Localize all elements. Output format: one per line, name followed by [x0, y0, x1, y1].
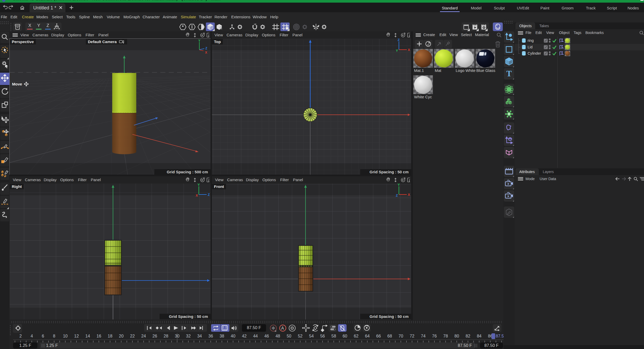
svg-text:4: 4: [31, 334, 33, 338]
svg-text:74: 74: [421, 334, 426, 338]
svg-text:32: 32: [186, 334, 191, 338]
svg-text:8: 8: [53, 334, 55, 338]
svg-text:44: 44: [253, 334, 258, 338]
svg-text:20: 20: [119, 334, 124, 338]
svg-text:76: 76: [432, 334, 437, 338]
svg-text:Z: Z: [396, 193, 398, 197]
svg-text:50: 50: [287, 334, 291, 338]
svg-text:52: 52: [298, 334, 303, 338]
svg-text:80: 80: [454, 334, 459, 338]
svg-text:6: 6: [42, 334, 44, 338]
svg-text:A: A: [281, 326, 284, 330]
svg-text:34: 34: [197, 334, 202, 338]
svg-text:Y: Y: [398, 184, 400, 187]
svg-text:40: 40: [231, 334, 235, 338]
svg-text:46: 46: [264, 334, 269, 338]
svg-text:54: 54: [309, 334, 314, 338]
svg-text:16: 16: [97, 334, 101, 338]
svg-text:56: 56: [320, 334, 325, 338]
svg-text:X: X: [196, 193, 198, 197]
svg-text:X: X: [205, 51, 207, 54]
svg-text:87.5: 87.5: [496, 334, 504, 338]
svg-text:66: 66: [376, 334, 381, 338]
svg-text:12: 12: [74, 334, 79, 338]
svg-text:X: X: [408, 193, 410, 197]
svg-text:24: 24: [141, 334, 146, 338]
svg-text:82: 82: [466, 334, 470, 338]
svg-text:Y: Y: [197, 184, 200, 187]
svg-text:72: 72: [410, 334, 414, 338]
svg-text:38: 38: [219, 334, 224, 338]
svg-text:84: 84: [477, 334, 482, 338]
svg-text:64: 64: [365, 334, 370, 338]
svg-text:36: 36: [208, 334, 213, 338]
svg-text:Z: Z: [398, 39, 400, 42]
svg-text:70: 70: [399, 334, 403, 338]
svg-text:62: 62: [354, 334, 359, 338]
svg-text:22: 22: [130, 334, 135, 338]
svg-text:26: 26: [152, 334, 157, 338]
svg-text:10: 10: [63, 334, 68, 338]
svg-text:18: 18: [108, 334, 112, 338]
svg-text:28: 28: [164, 334, 168, 338]
svg-text:68: 68: [387, 334, 392, 338]
svg-text:48: 48: [275, 334, 280, 338]
svg-text:42: 42: [242, 334, 247, 338]
svg-text:60: 60: [343, 334, 347, 338]
svg-text:Z: Z: [205, 47, 207, 50]
svg-text:Z: Z: [208, 193, 210, 197]
svg-text:Y: Y: [396, 49, 398, 53]
svg-text:78: 78: [443, 334, 448, 338]
svg-text:Y: Y: [198, 39, 200, 43]
svg-text:2: 2: [19, 334, 22, 338]
svg-text:14: 14: [85, 334, 90, 338]
svg-text:X: X: [408, 48, 410, 52]
svg-text:58: 58: [331, 334, 336, 338]
